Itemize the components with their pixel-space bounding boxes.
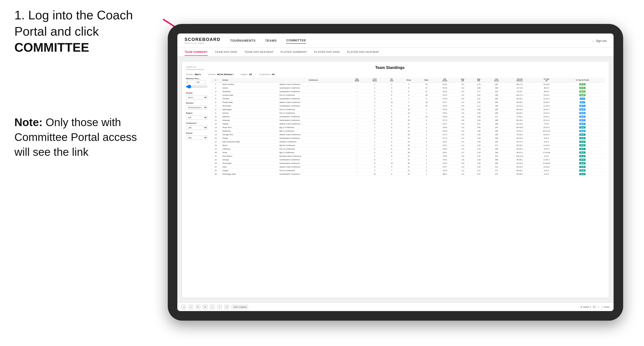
cell-overall: 96-29-2 xyxy=(506,101,533,104)
cell-conference: Southeastern Conference xyxy=(278,118,348,122)
min-rounds-slider[interactable] xyxy=(186,85,208,89)
cell-overall: 59-39-1 xyxy=(506,158,533,162)
school-select[interactable]: (All) xyxy=(186,136,208,140)
cell-rnds: 24 xyxy=(400,147,418,151)
app-header: SCOREBOARD Powered by clippd TOURNAMENTS… xyxy=(177,33,614,48)
cell-top25: 12-14-1 xyxy=(533,97,560,101)
score-badge: 46.91 xyxy=(579,152,586,154)
cell-wins: 23 xyxy=(418,115,435,118)
toolbar-forward-btn[interactable]: ▷ xyxy=(188,305,193,309)
cell-top25: 23-11-0 xyxy=(533,118,560,122)
cell-conference: Pac-12 Conference xyxy=(278,93,348,97)
cell-overall: 91.6-0 xyxy=(506,90,533,93)
nav-committee[interactable]: COMMITTEE xyxy=(286,37,306,44)
watch-btn[interactable]: 👁 Watch ▾ xyxy=(580,306,591,308)
cell-rnds: 30 xyxy=(400,162,418,165)
table-row: 1 North Carolina Atlantic Coast Conferen… xyxy=(210,83,605,86)
cell-wins: 1 xyxy=(418,158,435,162)
cell-reg: – xyxy=(348,83,366,86)
cell-rnds: 7 xyxy=(400,101,418,104)
comment-btn[interactable]: 💬 xyxy=(593,306,596,308)
expand-btn[interactable]: ⤢ xyxy=(598,306,600,308)
subnav-player-summary[interactable]: PLAYER SUMMARY xyxy=(281,49,307,56)
cell-sg: -2.8 xyxy=(454,162,470,165)
conference-select[interactable]: (All) xyxy=(186,126,208,130)
cell-school: Oregon xyxy=(222,169,278,172)
region-select[interactable]: N/A xyxy=(186,116,208,120)
cell-adj: 279.5 xyxy=(435,104,455,108)
cell-school: California xyxy=(222,147,278,151)
cell-conf: 8 xyxy=(366,158,384,162)
cell-school: Mississippi State xyxy=(222,172,278,176)
cell-wins: 2 xyxy=(418,169,435,172)
score-badge: 60.71 xyxy=(579,119,586,121)
cell-tour: 7 xyxy=(384,158,400,162)
cell-avg: 2.70 xyxy=(471,83,487,86)
cell-sg: -5.5 xyxy=(454,104,470,108)
subnav-player-h2h-grid[interactable]: PLAYER H2H GRID xyxy=(314,49,340,56)
cell-top25: 11-29-1 xyxy=(533,158,560,162)
toolbar-clock-btn[interactable]: ⏱ xyxy=(224,305,229,309)
cell-score: 80.57 xyxy=(560,122,605,126)
division-select[interactable]: NCAA Division I xyxy=(186,106,208,110)
cell-conf: 7 xyxy=(366,136,384,140)
cell-low: 215 xyxy=(487,154,506,158)
score-badge: 38.13 xyxy=(579,173,586,175)
min-rounds-filter: Minimum Rou... xyxy=(186,78,208,89)
cell-conference: Southeastern Conference xyxy=(278,172,348,176)
cell-score: 49.24 xyxy=(560,144,605,147)
cell-overall: 72.30-1 xyxy=(506,115,533,118)
cell-adj: 276.6 xyxy=(435,129,455,133)
nav-teams[interactable]: TEAMS xyxy=(265,37,276,43)
cell-score: 86.64 xyxy=(560,90,605,93)
share-btn[interactable]: ↗ Share xyxy=(601,306,610,308)
subnav-team-h2h-heatmap[interactable]: TEAM H2H HEATMAP xyxy=(244,49,274,56)
cell-adj: 278.9 xyxy=(435,154,455,158)
cell-rnds: 1 xyxy=(400,97,418,101)
cell-wins: 5 xyxy=(418,140,435,144)
toolbar-reload-btn[interactable]: ↻ xyxy=(196,305,200,309)
min-rounds-min-input[interactable] xyxy=(186,80,196,84)
subnav-team-h2h-grid[interactable]: TEAM H2H GRID xyxy=(215,49,237,56)
cell-conf: 9 xyxy=(366,162,384,165)
sign-out-button[interactable]: Sign out xyxy=(596,39,606,43)
cell-avg: 1.41 xyxy=(471,154,487,158)
score-badge: 68.71 xyxy=(579,105,586,107)
table-row: 4 Arizona State Pac-12 Conference – 1 8 … xyxy=(210,93,605,97)
cell-conference: Southeastern Conference xyxy=(278,86,348,90)
cell-reg: – xyxy=(348,86,366,90)
gender-select[interactable]: Men's Women's xyxy=(186,95,208,100)
cell-top25: 13-24-1 xyxy=(533,115,560,118)
cell-low: 270 xyxy=(487,172,506,176)
min-rounds-max-input[interactable] xyxy=(196,80,206,84)
cell-score: 38.94 xyxy=(560,126,605,129)
cell-rank: 26 xyxy=(210,172,222,176)
view-original-btn[interactable]: View: Original xyxy=(232,305,248,309)
cell-overall: 83-25-1 xyxy=(506,147,533,151)
score-badge: 63.49 xyxy=(579,108,586,111)
bottom-toolbar: ◁ ▷ ↻ ⬆ □ + ⏱ View: Original 👁 Watch ▾ 💬… xyxy=(177,303,614,311)
table-row: 25 Oregon Pac-12 Conference – 5 7 21 2 2… xyxy=(210,169,605,172)
subnav-team-summary[interactable]: TEAM SUMMARY xyxy=(184,49,208,56)
cell-top25: 11-38-28 xyxy=(533,162,560,165)
toolbar-share-btn[interactable]: ⬆ xyxy=(203,305,208,309)
nav-tournaments[interactable]: TOURNAMENTS xyxy=(230,37,256,43)
cell-wins: 18 xyxy=(418,104,435,108)
cell-tour: 8 xyxy=(384,172,400,176)
score-badge: 38.54 xyxy=(579,159,586,161)
cell-rank: 17 xyxy=(210,140,222,144)
region-filter-display: Region: All xyxy=(241,73,252,76)
toolbar-bookmark-btn[interactable]: □ xyxy=(210,305,215,309)
cell-sg: -0.8 xyxy=(454,154,470,158)
cell-score: 80.7 xyxy=(560,101,605,104)
cell-score: 46.02 xyxy=(560,136,605,140)
cell-sg: -3.5 xyxy=(454,115,470,118)
cell-top25: 30-4-0 xyxy=(533,86,560,90)
table-row: 11 Arkansas Southeastern Conference – 6 … xyxy=(210,118,605,122)
toolbar-add-btn[interactable]: + xyxy=(217,305,222,309)
cell-rank: 23 xyxy=(210,162,222,165)
cell-top25: 79-25-1 xyxy=(533,93,560,97)
committee-bold: COMMITTEE xyxy=(14,40,89,54)
toolbar-back-btn[interactable]: ◁ xyxy=(181,305,186,309)
subnav-player-h2h-heatmap[interactable]: PLAYER H2H HEATMAP xyxy=(347,49,379,56)
